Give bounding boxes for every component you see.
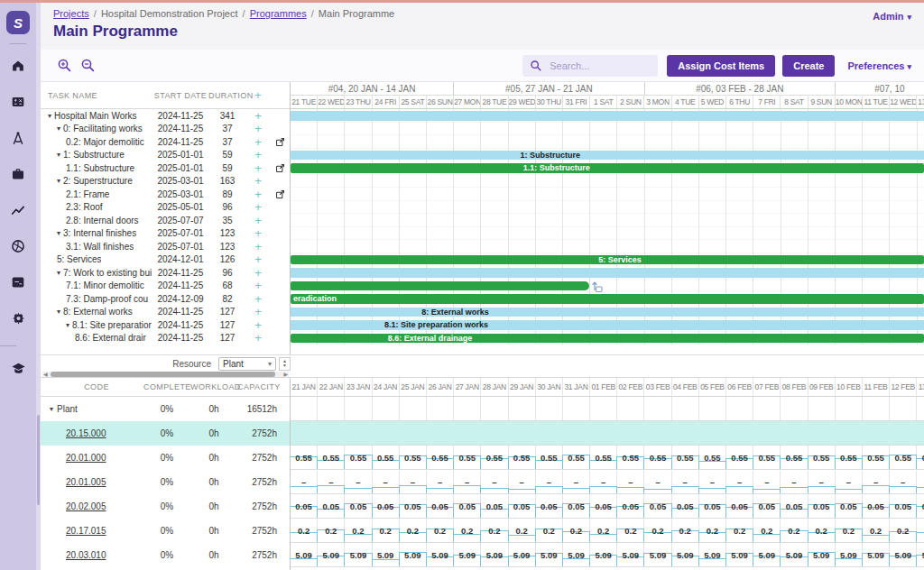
resource-row[interactable]: 20.17.0150%0h2752h	[41, 519, 290, 543]
allocation-cell[interactable]: 0.55	[291, 446, 318, 469]
zoom-out-button[interactable]	[77, 55, 98, 77]
task-row[interactable]: ▾7: Work to existing bui2024-11-2596+	[41, 266, 290, 280]
open-task-icon[interactable]	[270, 163, 290, 173]
allocation-cell[interactable]: 0.2	[345, 519, 372, 542]
allocation-cell[interactable]: 5.09	[373, 543, 400, 566]
allocation-cell[interactable]: 5.09	[753, 543, 781, 566]
add-subtask-icon[interactable]: +	[246, 227, 270, 239]
allocation-cell[interactable]: 0.2	[536, 519, 563, 542]
allocation-cell[interactable]: 0.05	[345, 494, 372, 518]
gantt-bar-summary[interactable]	[291, 268, 924, 278]
allocation-cell[interactable]: –	[644, 470, 671, 493]
allocation-cell[interactable]	[590, 397, 617, 420]
allocation-cell[interactable]: 0.55	[563, 446, 590, 469]
allocation-cell[interactable]	[672, 397, 699, 420]
allocation-cell[interactable]: 0.55	[917, 446, 924, 469]
scrollbar-thumb[interactable]	[51, 372, 276, 377]
allocation-cell[interactable]: 0.55	[427, 446, 454, 469]
allocation-cell[interactable]	[536, 397, 563, 420]
allocation-cell[interactable]: 0.05	[318, 494, 345, 518]
task-name-cell[interactable]: ▾1: Substructure	[41, 150, 152, 160]
allocation-cell[interactable]: 5.09	[808, 543, 836, 566]
allocation-cell[interactable]: 5.09	[863, 543, 890, 566]
task-name-cell[interactable]: 3.1: Wall finishes	[41, 242, 152, 252]
resource-row[interactable]: 20.01.0050%0h2752h	[41, 470, 290, 494]
task-row[interactable]: 7.3: Damp-proof cou2024-12-0982+	[41, 292, 290, 306]
allocation-cell[interactable]: 0.2	[699, 519, 726, 542]
allocation-cell[interactable]	[753, 397, 781, 420]
add-subtask-icon[interactable]: +	[246, 123, 270, 134]
allocation-cell[interactable]	[863, 421, 890, 445]
task-row[interactable]: ▾3: Internal finishes2025-07-01123+	[41, 227, 290, 241]
allocation-cell[interactable]	[373, 421, 400, 445]
scroll-left-icon[interactable]: ◀	[42, 372, 49, 377]
task-row[interactable]: ▾1: Substructure2025-01-0159+	[41, 149, 290, 162]
add-subtask-icon[interactable]: +	[246, 241, 270, 253]
allocation-cell[interactable]: –	[753, 470, 781, 493]
allocation-cell[interactable]: 0.05	[644, 494, 671, 518]
allocation-cell[interactable]: 0.2	[291, 519, 318, 542]
user-menu[interactable]: Admin▾	[873, 11, 911, 22]
collapse-caret-icon[interactable]: ▾	[57, 177, 60, 185]
resource-row[interactable]: 20.01.0000%0h2752h	[41, 446, 290, 470]
allocation-cell[interactable]	[291, 421, 318, 445]
task-row[interactable]: ▾8.1: Site preparatior2024-11-25127+	[41, 318, 290, 332]
allocation-cell[interactable]: 0.05	[454, 494, 481, 518]
allocation-cell[interactable]	[481, 397, 508, 420]
allocation-cell[interactable]: 0.05	[836, 494, 863, 518]
allocation-cell[interactable]: 0.55	[345, 446, 372, 469]
gantt-bar-task[interactable]: 1.1: Substructure	[291, 163, 924, 173]
allocation-cell[interactable]: 5.09	[781, 543, 808, 566]
collapse-caret-icon[interactable]: ▾	[57, 151, 60, 159]
allocation-cell[interactable]: 0.55	[590, 446, 617, 469]
allocation-cell[interactable]: –	[590, 470, 617, 493]
allocation-cell[interactable]: 0.05	[917, 494, 924, 518]
add-subtask-icon[interactable]: +	[246, 332, 270, 344]
task-row[interactable]: ▾Hospital Main Works2024-11-25341+	[41, 109, 290, 123]
resource-row[interactable]: 20.03.0100%0h2752h	[41, 543, 290, 567]
resource-code-link[interactable]: 20.03.010	[66, 550, 106, 560]
allocation-cell[interactable]: 0.55	[400, 446, 427, 469]
allocation-cell[interactable]	[808, 397, 836, 420]
allocation-cell[interactable]: 0.2	[590, 519, 617, 542]
add-subtask-icon[interactable]: +	[246, 280, 270, 291]
allocation-cell[interactable]: 0.55	[699, 446, 726, 469]
allocation-cell[interactable]: 0.05	[400, 494, 427, 518]
task-name-cell[interactable]: ▾Hospital Main Works	[41, 111, 152, 121]
allocation-cell[interactable]: 0.05	[373, 494, 400, 518]
add-subtask-icon[interactable]: +	[246, 319, 270, 331]
allocation-cell[interactable]: –	[563, 470, 590, 493]
add-subtask-icon[interactable]: +	[246, 201, 270, 213]
allocation-cell[interactable]: 0.55	[318, 446, 345, 469]
allocation-cell[interactable]: 5.09	[318, 543, 345, 566]
allocation-cell[interactable]: 0.2	[836, 519, 863, 542]
gantt-bar-task[interactable]	[291, 281, 589, 291]
allocation-cell[interactable]: 5.09	[890, 543, 917, 566]
task-name-cell[interactable]: ▾2: Superstructure	[41, 176, 152, 186]
open-task-icon[interactable]	[270, 137, 290, 147]
allocation-cell[interactable]: 0.55	[836, 446, 863, 469]
allocation-cell[interactable]	[318, 397, 345, 420]
create-button[interactable]: Create	[782, 55, 835, 77]
add-subtask-icon[interactable]: +	[246, 253, 270, 265]
scroll-right-icon[interactable]: ▶	[282, 372, 289, 377]
allocation-cell[interactable]: –	[318, 470, 345, 493]
allocation-cell[interactable]: –	[808, 470, 836, 493]
allocation-cell[interactable]: 5.09	[291, 543, 318, 566]
add-column-icon[interactable]: +	[246, 89, 270, 101]
allocation-cell[interactable]	[699, 421, 726, 445]
allocation-cell[interactable]	[590, 421, 617, 445]
resource-row[interactable]: 20.02.0050%0h2752h	[41, 494, 290, 519]
allocation-cell[interactable]	[563, 421, 590, 445]
allocation-cell[interactable]	[672, 421, 699, 445]
collapse-caret-icon[interactable]: ▾	[57, 229, 60, 237]
allocation-cell[interactable]	[781, 421, 808, 445]
allocation-cell[interactable]: 0.2	[863, 519, 890, 542]
allocation-cell[interactable]: –	[373, 470, 400, 493]
task-row[interactable]: 2.3: Roof2025-05-0196+	[41, 201, 290, 215]
task-name-cell[interactable]: 7.1: Minor demolitic	[41, 280, 152, 290]
resource-row[interactable]: ▾Plant0%0h16512h	[41, 397, 290, 421]
allocation-cell[interactable]: 0.55	[536, 446, 563, 469]
resource-row[interactable]: 20.15.0000%0h2752h	[41, 421, 290, 446]
gantt-bar-task[interactable]: 8.6: External drainage	[291, 334, 924, 344]
